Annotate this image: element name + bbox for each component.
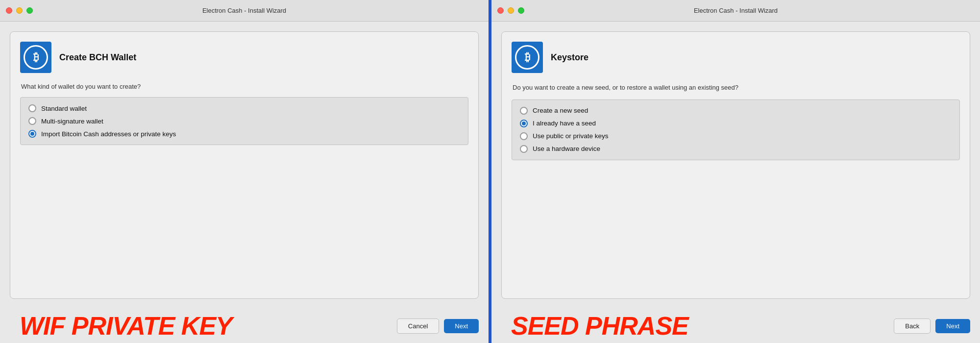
- right-dialog-title: Keystore: [551, 52, 588, 63]
- right-radio-new-seed[interactable]: [520, 107, 528, 115]
- right-radio-public-private[interactable]: [520, 132, 528, 140]
- right-traffic-lights: [497, 7, 524, 14]
- left-options-box: Standard wallet Multi-signature wallet I…: [20, 97, 468, 145]
- right-next-button[interactable]: Next: [935, 319, 970, 333]
- right-bitcoin-symbol: ₿: [515, 45, 539, 70]
- left-radio-multisig[interactable]: [28, 117, 36, 125]
- left-window-title: Electron Cash - Install Wizard: [202, 7, 286, 14]
- right-dialog-header: ₿ Keystore: [512, 42, 960, 73]
- left-dialog-title: Create BCH Wallet: [59, 52, 136, 63]
- left-question: What kind of wallet do you want to creat…: [20, 83, 468, 90]
- right-radio-have-seed[interactable]: [520, 120, 528, 127]
- right-content: ₿ Keystore Do you want to create a new s…: [491, 22, 980, 309]
- left-title-bar: Electron Cash - Install Wizard: [0, 0, 489, 22]
- right-label-area: SEED PHRASE: [501, 313, 889, 339]
- right-bottom-bar: SEED PHRASE Back Next: [491, 309, 980, 343]
- right-option-new-seed[interactable]: Create a new seed: [520, 107, 952, 115]
- right-panel: Electron Cash - Install Wizard ₿ Keystor…: [491, 0, 980, 343]
- left-next-button[interactable]: Next: [444, 319, 479, 333]
- left-option-import[interactable]: Import Bitcoin Cash addresses or private…: [28, 130, 460, 138]
- right-option-public-private[interactable]: Use public or private keys: [520, 132, 952, 140]
- left-dialog: ₿ Create BCH Wallet What kind of wallet …: [10, 31, 479, 299]
- right-title-bar: Electron Cash - Install Wizard: [491, 0, 980, 22]
- left-panel: Electron Cash - Install Wizard ₿ Create …: [0, 0, 489, 343]
- left-minimize-button[interactable]: [16, 7, 23, 14]
- right-window-title: Electron Cash - Install Wizard: [694, 7, 778, 14]
- left-option-standard[interactable]: Standard wallet: [28, 104, 460, 112]
- left-label-area: WIF PRIVATE KEY: [10, 313, 392, 339]
- left-radio-import[interactable]: [28, 130, 36, 138]
- left-option-multisig[interactable]: Multi-signature wallet: [28, 117, 460, 125]
- left-maximize-button[interactable]: [26, 7, 33, 14]
- left-dialog-header: ₿ Create BCH Wallet: [20, 42, 468, 73]
- right-radio-hardware[interactable]: [520, 145, 528, 153]
- right-bottom-label: SEED PHRASE: [511, 312, 688, 340]
- left-close-button[interactable]: [6, 7, 12, 14]
- left-bottom-label: WIF PRIVATE KEY: [20, 312, 232, 340]
- right-option-hardware[interactable]: Use a hardware device: [520, 145, 952, 153]
- left-traffic-lights: [6, 7, 33, 14]
- right-options-box: Create a new seed I already have a seed …: [512, 99, 960, 160]
- right-option-have-seed[interactable]: I already have a seed: [520, 120, 952, 127]
- left-bitcoin-symbol: ₿: [24, 45, 48, 70]
- left-radio-standard[interactable]: [28, 104, 36, 112]
- right-maximize-button[interactable]: [518, 7, 524, 14]
- right-bitcoin-logo: ₿: [512, 42, 543, 73]
- left-bottom-bar: WIF PRIVATE KEY Cancel Next: [0, 309, 489, 343]
- left-cancel-button[interactable]: Cancel: [397, 318, 439, 334]
- right-close-button[interactable]: [497, 7, 504, 14]
- right-dialog: ₿ Keystore Do you want to create a new s…: [501, 31, 970, 299]
- right-question: Do you want to create a new seed, or to …: [512, 83, 766, 93]
- right-minimize-button[interactable]: [508, 7, 514, 14]
- left-content: ₿ Create BCH Wallet What kind of wallet …: [0, 22, 489, 309]
- left-bitcoin-logo: ₿: [20, 42, 51, 73]
- right-back-button[interactable]: Back: [894, 318, 931, 334]
